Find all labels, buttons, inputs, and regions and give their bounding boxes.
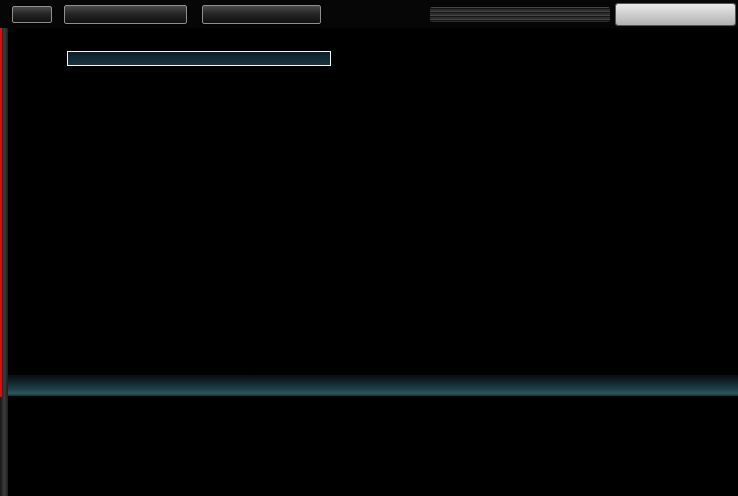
- spectrum-display[interactable]: [8, 28, 738, 375]
- title-panel: [616, 4, 735, 25]
- s-meter: [67, 51, 331, 66]
- tuned-frequency-cursor[interactable]: [0, 28, 2, 397]
- screenshot-button[interactable]: [202, 5, 321, 24]
- waterfall-display[interactable]: [8, 397, 738, 496]
- settings-button[interactable]: [12, 6, 52, 23]
- pwr-snr-to-csv-button[interactable]: [64, 5, 187, 24]
- frequency-axis[interactable]: [8, 375, 738, 397]
- window-drag-grip[interactable]: [430, 7, 610, 22]
- sdruno-main-sp-window: [0, 0, 738, 496]
- toolbar: [0, 0, 738, 29]
